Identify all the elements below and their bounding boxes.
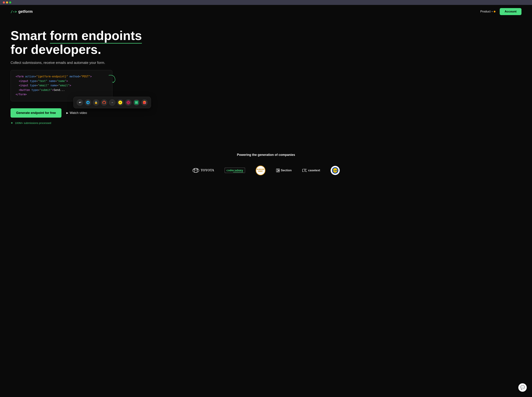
- svg-rect-7: [137, 102, 138, 103]
- hero-section: Smart form endpoints for developers. Col…: [0, 18, 158, 139]
- code-line-2: <input type="text" name="name">: [16, 79, 107, 84]
- navbar: /-> getform Product ▾ Account: [0, 5, 532, 18]
- svg-rect-13: [278, 169, 280, 170]
- casetext-icon: [302, 168, 307, 172]
- integrations-popup: ↩ 🔒 → M: [73, 97, 151, 108]
- account-button[interactable]: Account: [500, 8, 521, 15]
- casetext-logo: casetext: [302, 168, 320, 172]
- logo-icon: /->: [11, 9, 17, 14]
- back-icon[interactable]: ↩: [77, 99, 83, 106]
- svg-point-10: [194, 168, 198, 173]
- fullscreen-dot[interactable]: [9, 1, 11, 4]
- logos-row: TOYOTA codecademy BURGERKING Section: [11, 166, 521, 175]
- slack-icon[interactable]: [125, 99, 131, 106]
- browser-chrome: [0, 0, 532, 5]
- casetext-name: casetext: [308, 169, 320, 172]
- svg-rect-6: [137, 102, 138, 102]
- svg-text:M: M: [120, 102, 121, 103]
- burgerking-logo: BURGERKING: [256, 166, 265, 175]
- google-sheets-icon[interactable]: [133, 99, 140, 106]
- svg-rect-14: [278, 171, 280, 172]
- toyota-name: TOYOTA: [201, 168, 214, 172]
- chat-button[interactable]: 💬: [518, 383, 527, 392]
- nav-product-button[interactable]: Product ▾: [480, 10, 495, 13]
- hero-title-line2: for developers.: [11, 43, 101, 56]
- code-line-5: </form>: [16, 92, 107, 97]
- section-icon: [276, 168, 280, 172]
- lidl-logo: Lidl: [331, 166, 340, 175]
- logo-text: getform: [18, 9, 33, 14]
- lidl-icon: Lidl: [331, 167, 339, 174]
- generate-endpoint-button[interactable]: Generate endpoint for free: [11, 108, 62, 118]
- git-icon[interactable]: [101, 99, 107, 106]
- hero-title: Smart form endpoints for developers.: [11, 29, 148, 56]
- logos-title: Powering the generation of companies: [11, 153, 521, 157]
- mailchimp-icon[interactable]: M: [117, 99, 123, 106]
- telegram-icon[interactable]: [85, 99, 91, 106]
- logo[interactable]: /-> getform: [11, 9, 33, 14]
- burgerking-name: BURGERKING: [257, 168, 264, 172]
- hero-title-line1: Smart form endpoints: [11, 29, 142, 43]
- product-status-dot: [494, 11, 495, 12]
- cta-row: Generate endpoint for free ▶ Watch video: [11, 108, 148, 118]
- section-logo: Section: [276, 168, 292, 172]
- close-dot[interactable]: [3, 1, 5, 4]
- watch-video-label: Watch video: [70, 111, 87, 115]
- chevron-down-icon: ▾: [492, 10, 493, 13]
- svg-rect-12: [276, 169, 278, 172]
- svg-rect-5: [136, 103, 136, 103]
- toyota-logo: TOYOTA: [192, 168, 214, 173]
- svg-text:Lidl: Lidl: [333, 169, 337, 172]
- browser-dots: [3, 1, 11, 4]
- play-icon: ▶: [66, 112, 68, 114]
- product-label: Product: [480, 10, 491, 13]
- stats-row: ✦ 100M+ submissions processed: [11, 121, 148, 125]
- google-icon[interactable]: [141, 99, 148, 106]
- arrow-annotation: [107, 74, 118, 85]
- codecademy-logo: codecademy: [225, 167, 245, 173]
- stats-text: 100M+ submissions processed: [15, 121, 51, 124]
- hero-subtitle: Collect submissions, receive emails and …: [11, 61, 148, 65]
- chat-icon: 💬: [520, 385, 525, 390]
- section-name: Section: [281, 169, 292, 172]
- watch-video-button[interactable]: ▶ Watch video: [66, 111, 87, 115]
- codecademy-name: codecademy: [226, 169, 243, 172]
- code-line-4: <button type="submit">Send...: [16, 88, 107, 93]
- lock-icon[interactable]: 🔒: [93, 99, 99, 106]
- minimize-dot[interactable]: [6, 1, 8, 4]
- stats-icon: ✦: [11, 121, 13, 125]
- nav-right: Product ▾ Account: [480, 8, 521, 15]
- svg-rect-2: [134, 100, 138, 105]
- svg-rect-8: [137, 103, 138, 103]
- svg-rect-3: [136, 102, 136, 102]
- svg-rect-4: [136, 102, 136, 103]
- forward-icon[interactable]: →: [109, 99, 115, 106]
- toyota-icon: [192, 168, 199, 173]
- code-line-1: <form action="{getform-endpoint}" method…: [16, 74, 107, 79]
- code-line-3: <input type="email" name="email">: [16, 83, 107, 88]
- code-area: <form action="{getform-endpoint}" method…: [11, 70, 112, 101]
- logos-section: Powering the generation of companies TOY…: [0, 139, 532, 186]
